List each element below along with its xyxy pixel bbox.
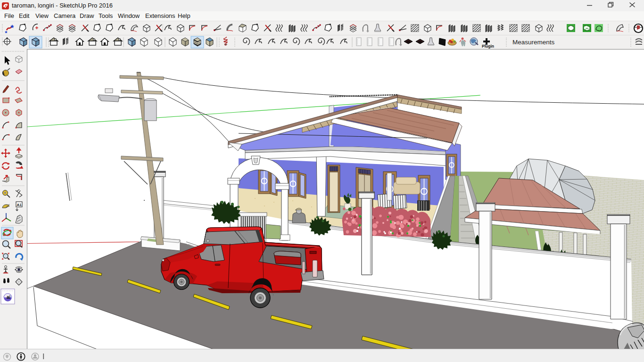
svg-text:Measurements: Measurements (512, 39, 555, 46)
svg-text:A1: A1 (17, 203, 22, 207)
svg-text:Plugin: Plugin (482, 44, 494, 49)
svg-text:ai: ai (7, 295, 11, 300)
